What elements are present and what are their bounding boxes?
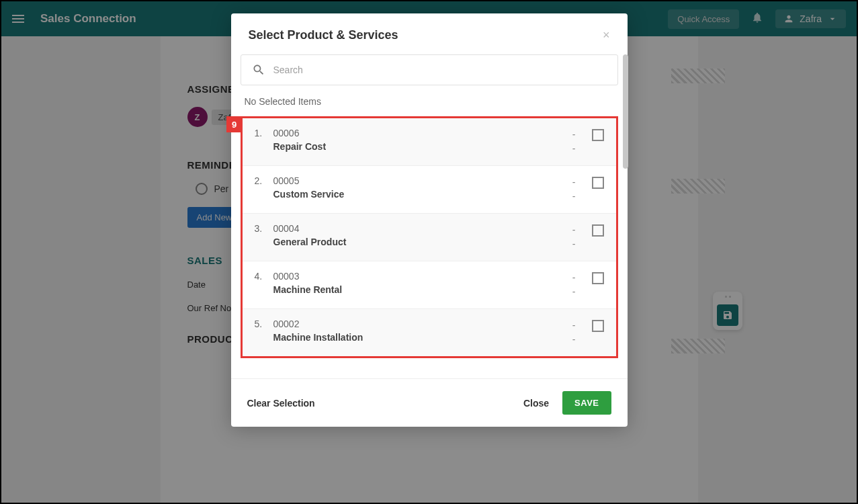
callout-badge: 9 xyxy=(226,116,243,132)
list-item[interactable]: 5. 00002 Machine Installation -- xyxy=(243,309,616,356)
search-box[interactable] xyxy=(241,54,618,85)
item-price: -- xyxy=(572,223,576,251)
close-icon[interactable]: × xyxy=(603,28,610,42)
list-item[interactable]: 3. 00004 General Product -- xyxy=(243,214,616,261)
list-item[interactable]: 2. 00005 Custom Service -- xyxy=(243,166,616,214)
list-item[interactable]: 4. 00003 Machine Rental -- xyxy=(243,261,616,309)
item-name: Repair Cost xyxy=(273,141,563,152)
item-number: 4. xyxy=(255,271,264,282)
item-checkbox[interactable] xyxy=(592,320,604,332)
item-code: 00006 xyxy=(273,128,563,138)
list-item[interactable]: 1. 00006 Repair Cost -- xyxy=(243,118,616,166)
search-icon xyxy=(252,63,265,77)
item-price: -- xyxy=(572,271,576,299)
item-number: 1. xyxy=(255,128,264,138)
no-selected-text: No Selected Items xyxy=(245,96,614,107)
item-code: 00005 xyxy=(273,175,563,186)
close-button[interactable]: Close xyxy=(523,398,549,409)
item-price: -- xyxy=(572,319,576,347)
item-price: -- xyxy=(572,175,576,204)
item-code: 00003 xyxy=(273,271,563,282)
scrollbar[interactable] xyxy=(623,54,628,169)
item-checkbox[interactable] xyxy=(592,224,604,237)
item-code: 00002 xyxy=(273,319,563,329)
clear-selection-button[interactable]: Clear Selection xyxy=(247,398,315,409)
item-number: 3. xyxy=(255,223,264,234)
item-name: Machine Installation xyxy=(273,332,563,343)
item-name: General Product xyxy=(273,237,563,247)
select-product-modal: Select Product & Services × No Selected … xyxy=(231,13,628,427)
item-checkbox[interactable] xyxy=(592,129,604,141)
item-code: 00004 xyxy=(273,223,563,234)
item-number: 2. xyxy=(255,175,264,186)
save-button[interactable]: SAVE xyxy=(562,391,611,415)
item-price: -- xyxy=(572,128,576,156)
item-checkbox[interactable] xyxy=(592,272,604,284)
item-number: 5. xyxy=(255,319,264,329)
modal-title: Select Product & Services xyxy=(249,28,398,42)
item-checkbox[interactable] xyxy=(592,177,604,189)
search-input[interactable] xyxy=(273,65,607,75)
product-list: 9 1. 00006 Repair Cost -- 2. 00005 Custo… xyxy=(241,116,618,358)
item-name: Custom Service xyxy=(273,189,563,200)
item-name: Machine Rental xyxy=(273,284,563,295)
